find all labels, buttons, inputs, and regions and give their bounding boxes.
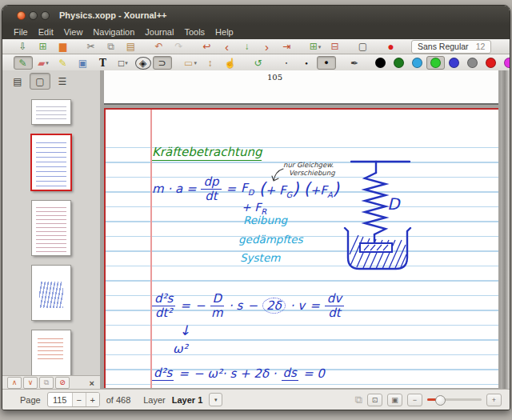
- zoom-fit-button[interactable]: ⊡: [367, 394, 382, 406]
- page-number-input[interactable]: 115: [48, 393, 72, 406]
- pen-tool-button[interactable]: ✎: [14, 56, 33, 70]
- presentation-button[interactable]: ▢: [354, 40, 373, 54]
- two-page-view-icon[interactable]: ⧉: [355, 394, 362, 406]
- cut-button[interactable]: ✂: [82, 40, 101, 54]
- down-arrow-annotation: ↓: [179, 322, 190, 338]
- toolbar-icon: ⧉: [107, 42, 114, 51]
- last-page-button[interactable]: ⇥: [278, 40, 297, 54]
- color-swatch-black[interactable]: [371, 56, 390, 70]
- tab-contents[interactable]: ▤: [7, 73, 28, 90]
- thickness-fine-button[interactable]: ●: [277, 56, 296, 70]
- previous-page-button[interactable]: ‹: [218, 40, 237, 54]
- shape-tool-button[interactable]: □ ▾: [114, 56, 133, 70]
- color-swatch-magenta[interactable]: [500, 56, 510, 70]
- chevron-down-icon: ▾: [318, 44, 322, 50]
- thickness-dot-icon: ●: [305, 61, 308, 66]
- highlighter-tool-button[interactable]: ✎: [54, 56, 73, 70]
- page-thumbnail-1[interactable]: [31, 99, 71, 125]
- menu-help[interactable]: Help: [215, 27, 234, 37]
- zoom-in-icon: +: [492, 396, 496, 404]
- insert-page-button[interactable]: ⊞ ▾: [306, 40, 325, 54]
- toolbar-icon: ✂: [86, 42, 94, 51]
- page-decrement-button[interactable]: −: [72, 393, 86, 406]
- sidebar-tabs: ▤ ▢ ☰: [2, 70, 100, 90]
- zoom-in-button[interactable]: +: [486, 394, 502, 406]
- zoom-slider[interactable]: [427, 398, 482, 401]
- page-increment-button[interactable]: +: [86, 393, 99, 406]
- tab-layers[interactable]: ☰: [52, 73, 73, 90]
- thickness-medium-button[interactable]: ●: [297, 56, 316, 70]
- zoom-slider-knob[interactable]: [435, 395, 446, 406]
- vertical-scrollbar[interactable]: [501, 70, 510, 390]
- zoom-original-button[interactable]: ▣: [387, 394, 402, 406]
- page-back-button[interactable]: ↩: [198, 40, 217, 54]
- tab-page-preview[interactable]: ▢: [30, 73, 50, 90]
- image-tool-button[interactable]: ▣: [74, 56, 93, 70]
- copy-button[interactable]: ⧉: [102, 40, 121, 54]
- page-thumbnail-4[interactable]: [31, 265, 71, 321]
- tool-icon: ✎: [58, 58, 66, 68]
- sidebar: ▤ ▢ ☰: [2, 70, 101, 390]
- sidebar-close-button[interactable]: ×: [90, 378, 94, 388]
- rotation-snapping-button[interactable]: ◈: [135, 57, 151, 70]
- redo-button[interactable]: ↷: [170, 40, 189, 54]
- text-tool-button[interactable]: T: [94, 56, 113, 70]
- color-swatch-red[interactable]: [482, 56, 500, 70]
- color-swatch-light-blue[interactable]: [408, 56, 426, 70]
- titlebar[interactable]: Physics.xopp - Xournal++: [2, 6, 510, 25]
- color-picker-button[interactable]: ✒: [345, 56, 364, 70]
- save-button[interactable]: ⇩: [14, 40, 33, 54]
- toolbar-icon: ›: [265, 41, 269, 53]
- page-thumbnail-2-current[interactable]: [30, 134, 72, 191]
- document-canvas[interactable]: 105 Kräftebetrachtung nur Gleichgew. Ver…: [101, 70, 510, 390]
- toolbar-icon: ●: [387, 41, 394, 52]
- zoom-out-button[interactable]: −: [407, 394, 422, 406]
- sidebar-nav-icon: ∨: [28, 379, 34, 386]
- thickness-thick-button[interactable]: ●: [317, 56, 336, 70]
- color-swatch-blue[interactable]: [445, 56, 463, 70]
- spring-damper-sketch: D: [339, 154, 423, 275]
- minimize-window-button[interactable]: [29, 11, 38, 20]
- menu-file[interactable]: File: [14, 27, 28, 37]
- chevron-down-icon: ▾: [194, 60, 197, 66]
- default-tool-button[interactable]: ↺: [249, 56, 268, 70]
- thickness-dot-icon: ●: [286, 62, 287, 65]
- grid-snapping-button[interactable]: ⊃: [153, 56, 172, 70]
- menu-journal[interactable]: Journal: [145, 27, 174, 37]
- color-swatch-green[interactable]: [426, 56, 445, 70]
- color-swatch-icon: [504, 58, 510, 68]
- menu-tools[interactable]: Tools: [184, 27, 205, 37]
- scroll-down-button[interactable]: ↓: [238, 40, 257, 54]
- sidebar-up-button[interactable]: ∧: [7, 377, 22, 389]
- eraser-tool-button[interactable]: ▰ ▾: [34, 56, 53, 70]
- layer-dropdown-button[interactable]: ▾: [209, 393, 222, 406]
- menu-view[interactable]: View: [64, 27, 83, 37]
- open-button[interactable]: ▆: [54, 40, 73, 54]
- record-audio-button[interactable]: ●: [382, 40, 401, 54]
- delete-page-button[interactable]: ⊟: [326, 40, 345, 54]
- hand-tool-button[interactable]: ☝: [221, 56, 240, 70]
- font-selector-button[interactable]: Sans Regular 12: [411, 40, 491, 54]
- current-page[interactable]: Kräftebetrachtung nur Gleichgew. Verschi…: [104, 108, 498, 388]
- sidebar-copy-button[interactable]: ⧉: [39, 377, 54, 389]
- paste-button[interactable]: ▤: [122, 40, 141, 54]
- menu-navigation[interactable]: Navigation: [93, 27, 134, 37]
- handwriting-heading: Kräftebetrachtung: [152, 145, 262, 161]
- next-page-button[interactable]: ›: [258, 40, 277, 54]
- font-family-label: Sans Regular: [418, 42, 469, 51]
- select-rectangle-button[interactable]: ▭ ▾: [181, 56, 200, 70]
- maximize-window-button[interactable]: [41, 11, 50, 20]
- undo-button[interactable]: ↶: [150, 40, 169, 54]
- vertical-space-button[interactable]: ↕: [201, 56, 220, 70]
- page-thumbnail-3[interactable]: [31, 200, 71, 256]
- sidebar-stop-button[interactable]: ⊘: [55, 377, 70, 389]
- window-controls: [17, 11, 50, 20]
- close-window-button[interactable]: [17, 11, 26, 20]
- previous-page-bottom[interactable]: 105: [104, 70, 498, 105]
- new-document-button[interactable]: ⊞: [34, 40, 53, 54]
- color-swatch-gray[interactable]: [463, 56, 482, 70]
- menu-edit[interactable]: Edit: [38, 27, 54, 37]
- sidebar-down-button[interactable]: ∨: [23, 377, 38, 389]
- color-swatch-dark-green[interactable]: [390, 56, 408, 70]
- chevron-down-icon: ▾: [125, 60, 128, 66]
